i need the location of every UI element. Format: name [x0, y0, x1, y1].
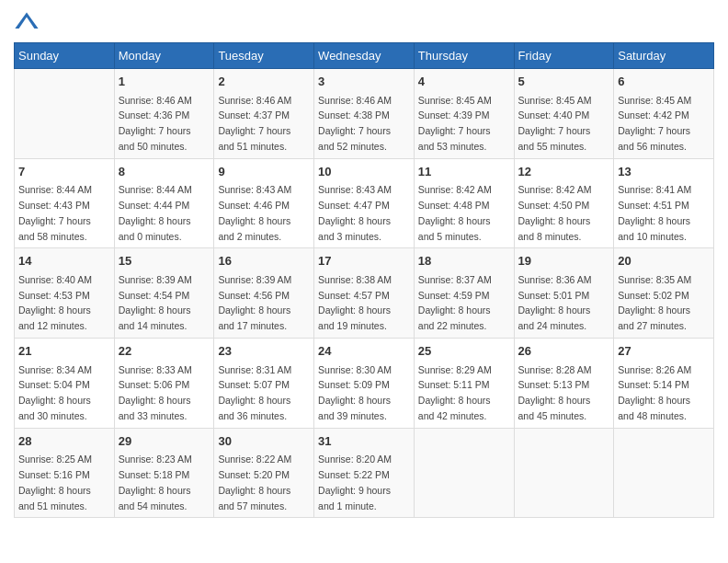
calendar-cell: 5Sunrise: 8:45 AM Sunset: 4:40 PM Daylig…: [514, 69, 614, 159]
cell-content: Sunrise: 8:22 AM Sunset: 5:20 PM Dayligh…: [218, 452, 310, 513]
calendar-cell: 18Sunrise: 8:37 AM Sunset: 4:59 PM Dayli…: [414, 248, 514, 339]
calendar-cell: 15Sunrise: 8:39 AM Sunset: 4:54 PM Dayli…: [114, 248, 214, 339]
day-number: 9: [218, 163, 310, 181]
calendar-body: 1Sunrise: 8:46 AM Sunset: 4:36 PM Daylig…: [15, 69, 714, 518]
day-number: 4: [418, 73, 510, 91]
calendar-week-row: 28Sunrise: 8:25 AM Sunset: 5:16 PM Dayli…: [15, 428, 714, 518]
day-number: 13: [618, 163, 710, 181]
cell-content: Sunrise: 8:46 AM Sunset: 4:37 PM Dayligh…: [218, 93, 310, 155]
calendar-cell: 10Sunrise: 8:43 AM Sunset: 4:47 PM Dayli…: [314, 158, 415, 248]
calendar-week-row: 14Sunrise: 8:40 AM Sunset: 4:53 PM Dayli…: [15, 248, 714, 339]
cell-content: Sunrise: 8:37 AM Sunset: 4:59 PM Dayligh…: [418, 272, 510, 334]
cell-content: Sunrise: 8:39 AM Sunset: 4:56 PM Dayligh…: [218, 272, 310, 334]
cell-content: Sunrise: 8:39 AM Sunset: 4:54 PM Dayligh…: [119, 272, 210, 334]
calendar-cell: 31Sunrise: 8:20 AM Sunset: 5:22 PM Dayli…: [314, 428, 415, 518]
calendar-table: SundayMondayTuesdayWednesdayThursdayFrid…: [14, 42, 714, 518]
day-number: 1: [119, 73, 210, 91]
calendar-cell: 19Sunrise: 8:36 AM Sunset: 5:01 PM Dayli…: [514, 248, 614, 339]
header-day: Saturday: [614, 43, 714, 69]
day-number: 14: [18, 252, 110, 270]
header-day: Tuesday: [214, 43, 314, 69]
calendar-cell: 13Sunrise: 8:41 AM Sunset: 4:51 PM Dayli…: [614, 158, 714, 248]
cell-content: Sunrise: 8:35 AM Sunset: 5:02 PM Dayligh…: [618, 272, 710, 334]
calendar-cell: 8Sunrise: 8:44 AM Sunset: 4:44 PM Daylig…: [114, 158, 214, 248]
cell-content: Sunrise: 8:34 AM Sunset: 5:04 PM Dayligh…: [18, 362, 110, 424]
calendar-cell: 2Sunrise: 8:46 AM Sunset: 4:37 PM Daylig…: [214, 69, 314, 159]
day-number: 11: [418, 163, 510, 181]
cell-content: Sunrise: 8:42 AM Sunset: 4:48 PM Dayligh…: [418, 182, 510, 244]
page-header: [14, 9, 714, 35]
calendar-cell: 21Sunrise: 8:34 AM Sunset: 5:04 PM Dayli…: [15, 339, 115, 429]
cell-content: Sunrise: 8:45 AM Sunset: 4:39 PM Dayligh…: [418, 93, 510, 155]
calendar-cell: 29Sunrise: 8:23 AM Sunset: 5:18 PM Dayli…: [114, 428, 214, 518]
day-number: 15: [119, 252, 210, 270]
calendar-cell: 17Sunrise: 8:38 AM Sunset: 4:57 PM Dayli…: [314, 248, 415, 339]
calendar-cell: [15, 69, 115, 159]
day-number: 26: [518, 342, 610, 361]
day-number: 17: [318, 252, 410, 270]
header-day: Thursday: [414, 43, 514, 69]
calendar-cell: 7Sunrise: 8:44 AM Sunset: 4:43 PM Daylig…: [15, 158, 115, 248]
calendar-cell: [414, 428, 514, 518]
calendar-week-row: 1Sunrise: 8:46 AM Sunset: 4:36 PM Daylig…: [15, 69, 714, 159]
day-number: 18: [418, 252, 510, 270]
cell-content: Sunrise: 8:43 AM Sunset: 4:47 PM Dayligh…: [318, 182, 410, 244]
day-number: 3: [318, 73, 410, 91]
calendar-week-row: 7Sunrise: 8:44 AM Sunset: 4:43 PM Daylig…: [15, 158, 714, 248]
header-day: Monday: [114, 43, 214, 69]
day-number: 23: [218, 342, 310, 361]
cell-content: Sunrise: 8:25 AM Sunset: 5:16 PM Dayligh…: [18, 452, 110, 513]
calendar-cell: 23Sunrise: 8:31 AM Sunset: 5:07 PM Dayli…: [214, 339, 314, 429]
calendar-cell: 22Sunrise: 8:33 AM Sunset: 5:06 PM Dayli…: [114, 339, 214, 429]
cell-content: Sunrise: 8:26 AM Sunset: 5:14 PM Dayligh…: [618, 362, 710, 424]
cell-content: Sunrise: 8:36 AM Sunset: 5:01 PM Dayligh…: [518, 272, 610, 334]
cell-content: Sunrise: 8:40 AM Sunset: 4:53 PM Dayligh…: [18, 272, 110, 334]
calendar-cell: 16Sunrise: 8:39 AM Sunset: 4:56 PM Dayli…: [214, 248, 314, 339]
day-number: 25: [418, 342, 510, 361]
cell-content: Sunrise: 8:20 AM Sunset: 5:22 PM Dayligh…: [318, 452, 410, 513]
day-number: 16: [218, 252, 310, 270]
day-number: 28: [18, 432, 110, 451]
cell-content: Sunrise: 8:44 AM Sunset: 4:44 PM Dayligh…: [119, 182, 210, 244]
cell-content: Sunrise: 8:33 AM Sunset: 5:06 PM Dayligh…: [119, 362, 210, 424]
cell-content: Sunrise: 8:30 AM Sunset: 5:09 PM Dayligh…: [318, 362, 410, 424]
cell-content: Sunrise: 8:45 AM Sunset: 4:40 PM Dayligh…: [518, 93, 610, 155]
calendar-cell: 30Sunrise: 8:22 AM Sunset: 5:20 PM Dayli…: [214, 428, 314, 518]
day-number: 20: [618, 252, 710, 270]
cell-content: Sunrise: 8:41 AM Sunset: 4:51 PM Dayligh…: [618, 182, 710, 244]
cell-content: Sunrise: 8:31 AM Sunset: 5:07 PM Dayligh…: [218, 362, 310, 424]
calendar-cell: 12Sunrise: 8:42 AM Sunset: 4:50 PM Dayli…: [514, 158, 614, 248]
logo-icon: [14, 9, 40, 35]
day-number: 21: [18, 342, 110, 361]
day-number: 22: [119, 342, 210, 361]
calendar-cell: 1Sunrise: 8:46 AM Sunset: 4:36 PM Daylig…: [114, 69, 214, 159]
header-row: SundayMondayTuesdayWednesdayThursdayFrid…: [15, 43, 714, 69]
calendar-cell: 28Sunrise: 8:25 AM Sunset: 5:16 PM Dayli…: [15, 428, 115, 518]
calendar-cell: 20Sunrise: 8:35 AM Sunset: 5:02 PM Dayli…: [614, 248, 714, 339]
cell-content: Sunrise: 8:29 AM Sunset: 5:11 PM Dayligh…: [418, 362, 510, 424]
day-number: 7: [18, 163, 110, 181]
day-number: 19: [518, 252, 610, 270]
calendar-cell: 11Sunrise: 8:42 AM Sunset: 4:48 PM Dayli…: [414, 158, 514, 248]
day-number: 27: [618, 342, 710, 361]
calendar-week-row: 21Sunrise: 8:34 AM Sunset: 5:04 PM Dayli…: [15, 339, 714, 429]
header-day: Friday: [514, 43, 614, 69]
calendar-header: SundayMondayTuesdayWednesdayThursdayFrid…: [15, 43, 714, 69]
day-number: 24: [318, 342, 410, 361]
header-day: Sunday: [15, 43, 115, 69]
cell-content: Sunrise: 8:42 AM Sunset: 4:50 PM Dayligh…: [518, 182, 610, 244]
day-number: 6: [618, 73, 710, 91]
calendar-cell: 27Sunrise: 8:26 AM Sunset: 5:14 PM Dayli…: [614, 339, 714, 429]
calendar-cell: [514, 428, 614, 518]
day-number: 10: [318, 163, 410, 181]
calendar-cell: 24Sunrise: 8:30 AM Sunset: 5:09 PM Dayli…: [314, 339, 415, 429]
cell-content: Sunrise: 8:43 AM Sunset: 4:46 PM Dayligh…: [218, 182, 310, 244]
day-number: 29: [119, 432, 210, 451]
cell-content: Sunrise: 8:28 AM Sunset: 5:13 PM Dayligh…: [518, 362, 610, 424]
cell-content: Sunrise: 8:23 AM Sunset: 5:18 PM Dayligh…: [119, 452, 210, 513]
day-number: 12: [518, 163, 610, 181]
day-number: 2: [218, 73, 310, 91]
header-day: Wednesday: [314, 43, 415, 69]
cell-content: Sunrise: 8:46 AM Sunset: 4:36 PM Dayligh…: [119, 93, 210, 155]
day-number: 31: [318, 432, 410, 451]
